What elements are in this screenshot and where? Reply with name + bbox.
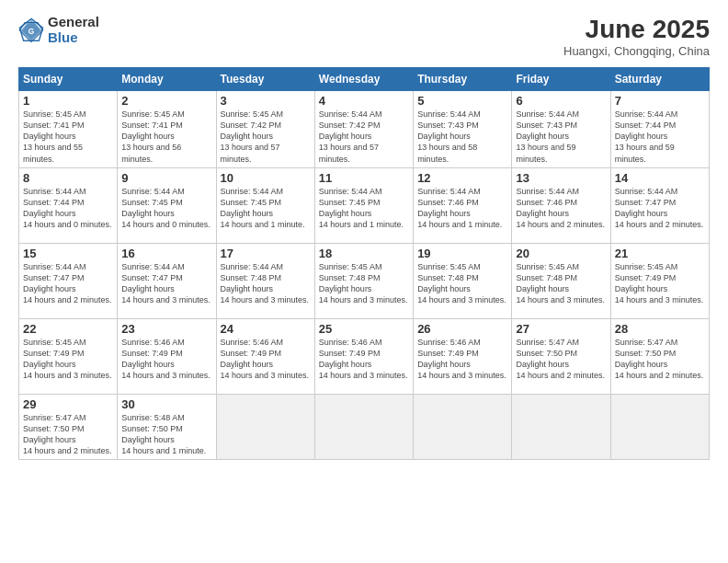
logo-general-text: General	[48, 15, 99, 30]
day-info: Sunrise: 5:45 AMSunset: 7:49 PMDaylight …	[615, 262, 704, 304]
day-number: 24	[221, 322, 311, 336]
day-number: 7	[615, 94, 705, 108]
calendar-day: 23 Sunrise: 5:46 AMSunset: 7:49 PMDaylig…	[118, 318, 216, 394]
calendar-day: 12 Sunrise: 5:44 AMSunset: 7:46 PMDaylig…	[414, 167, 512, 243]
calendar-day: 2 Sunrise: 5:45 AMSunset: 7:41 PMDayligh…	[118, 91, 216, 168]
day-info: Sunrise: 5:46 AMSunset: 7:49 PMDaylight …	[221, 338, 310, 380]
day-info: Sunrise: 5:44 AMSunset: 7:47 PMDaylight …	[615, 187, 704, 229]
day-info: Sunrise: 5:45 AMSunset: 7:41 PMDaylight …	[121, 109, 185, 164]
logo: G General Blue	[18, 15, 99, 45]
day-info: Sunrise: 5:44 AMSunset: 7:47 PMDaylight …	[23, 262, 112, 304]
calendar-day: 3 Sunrise: 5:45 AMSunset: 7:42 PMDayligh…	[216, 91, 314, 168]
day-number: 15	[23, 247, 113, 260]
day-number: 28	[615, 322, 705, 336]
calendar-day: 18 Sunrise: 5:45 AMSunset: 7:48 PMDaylig…	[314, 243, 413, 318]
day-info: Sunrise: 5:44 AMSunset: 7:45 PMDaylight …	[319, 187, 404, 229]
day-number: 18	[319, 247, 409, 260]
day-info: Sunrise: 5:45 AMSunset: 7:42 PMDaylight …	[221, 109, 284, 164]
day-number: 26	[417, 322, 507, 336]
day-number: 12	[417, 171, 507, 185]
day-number: 4	[319, 94, 409, 108]
day-info: Sunrise: 5:45 AMSunset: 7:41 PMDaylight …	[23, 109, 86, 164]
calendar-day	[314, 394, 413, 460]
calendar-day: 1 Sunrise: 5:45 AMSunset: 7:41 PMDayligh…	[19, 91, 118, 168]
day-info: Sunrise: 5:44 AMSunset: 7:46 PMDaylight …	[516, 187, 605, 229]
day-info: Sunrise: 5:44 AMSunset: 7:48 PMDaylight …	[221, 262, 310, 304]
calendar-day: 5 Sunrise: 5:44 AMSunset: 7:43 PMDayligh…	[414, 91, 512, 168]
calendar-day: 22 Sunrise: 5:45 AMSunset: 7:49 PMDaylig…	[19, 318, 118, 394]
calendar-day: 29 Sunrise: 5:47 AMSunset: 7:50 PMDaylig…	[19, 394, 118, 460]
calendar-day: 25 Sunrise: 5:46 AMSunset: 7:49 PMDaylig…	[314, 318, 413, 394]
month-title: June 2025	[563, 15, 710, 44]
day-number: 23	[121, 322, 211, 336]
day-info: Sunrise: 5:44 AMSunset: 7:47 PMDaylight …	[121, 262, 210, 304]
day-info: Sunrise: 5:44 AMSunset: 7:46 PMDaylight …	[417, 187, 502, 229]
calendar-day: 13 Sunrise: 5:44 AMSunset: 7:46 PMDaylig…	[512, 167, 610, 243]
calendar-day: 6 Sunrise: 5:44 AMSunset: 7:43 PMDayligh…	[512, 91, 610, 168]
col-thursday: Thursday	[414, 68, 512, 91]
day-info: Sunrise: 5:48 AMSunset: 7:50 PMDaylight …	[121, 413, 206, 455]
calendar-day: 8 Sunrise: 5:44 AMSunset: 7:44 PMDayligh…	[19, 167, 118, 243]
day-info: Sunrise: 5:45 AMSunset: 7:48 PMDaylight …	[516, 262, 605, 304]
calendar-day	[414, 394, 512, 460]
day-number: 10	[221, 171, 311, 185]
day-number: 27	[516, 322, 606, 336]
calendar-day: 28 Sunrise: 5:47 AMSunset: 7:50 PMDaylig…	[610, 318, 709, 394]
col-saturday: Saturday	[610, 68, 709, 91]
day-number: 6	[516, 94, 606, 108]
day-info: Sunrise: 5:44 AMSunset: 7:44 PMDaylight …	[615, 109, 678, 164]
day-info: Sunrise: 5:44 AMSunset: 7:43 PMDaylight …	[417, 109, 481, 164]
location: Huangxi, Chongqing, China	[563, 44, 710, 58]
day-info: Sunrise: 5:47 AMSunset: 7:50 PMDaylight …	[23, 413, 112, 455]
day-number: 17	[221, 247, 311, 260]
col-tuesday: Tuesday	[216, 68, 314, 91]
day-info: Sunrise: 5:45 AMSunset: 7:49 PMDaylight …	[23, 338, 112, 380]
calendar-day: 11 Sunrise: 5:44 AMSunset: 7:45 PMDaylig…	[314, 167, 413, 243]
day-info: Sunrise: 5:44 AMSunset: 7:42 PMDaylight …	[319, 109, 382, 164]
logo-text: General Blue	[48, 15, 99, 45]
calendar-day: 21 Sunrise: 5:45 AMSunset: 7:49 PMDaylig…	[610, 243, 709, 318]
day-info: Sunrise: 5:47 AMSunset: 7:50 PMDaylight …	[516, 338, 605, 380]
day-number: 14	[615, 171, 705, 185]
day-number: 5	[417, 94, 507, 108]
day-info: Sunrise: 5:45 AMSunset: 7:48 PMDaylight …	[417, 262, 506, 304]
calendar-day: 16 Sunrise: 5:44 AMSunset: 7:47 PMDaylig…	[118, 243, 216, 318]
day-number: 3	[221, 94, 311, 108]
calendar-table: Sunday Monday Tuesday Wednesday Thursday…	[18, 67, 710, 460]
day-number: 29	[23, 397, 113, 411]
day-number: 2	[121, 94, 211, 108]
svg-text:G: G	[28, 26, 35, 35]
day-number: 21	[615, 247, 705, 260]
day-number: 1	[23, 94, 113, 108]
day-number: 9	[121, 171, 211, 185]
day-info: Sunrise: 5:46 AMSunset: 7:49 PMDaylight …	[417, 338, 506, 380]
calendar-day: 19 Sunrise: 5:45 AMSunset: 7:48 PMDaylig…	[414, 243, 512, 318]
calendar-day	[610, 394, 709, 460]
day-number: 13	[516, 171, 606, 185]
day-number: 11	[319, 171, 409, 185]
calendar-day	[512, 394, 610, 460]
col-friday: Friday	[512, 68, 610, 91]
logo-icon: G	[18, 17, 44, 43]
logo-blue-text: Blue	[48, 30, 99, 46]
calendar-day: 24 Sunrise: 5:46 AMSunset: 7:49 PMDaylig…	[216, 318, 314, 394]
day-number: 22	[23, 322, 113, 336]
day-info: Sunrise: 5:47 AMSunset: 7:50 PMDaylight …	[615, 338, 704, 380]
calendar-day: 17 Sunrise: 5:44 AMSunset: 7:48 PMDaylig…	[216, 243, 314, 318]
day-info: Sunrise: 5:46 AMSunset: 7:49 PMDaylight …	[319, 338, 408, 380]
day-info: Sunrise: 5:44 AMSunset: 7:45 PMDaylight …	[221, 187, 305, 229]
day-info: Sunrise: 5:44 AMSunset: 7:44 PMDaylight …	[23, 187, 112, 229]
calendar-header-row: Sunday Monday Tuesday Wednesday Thursday…	[19, 68, 710, 91]
calendar-day: 10 Sunrise: 5:44 AMSunset: 7:45 PMDaylig…	[216, 167, 314, 243]
col-sunday: Sunday	[19, 68, 118, 91]
day-info: Sunrise: 5:44 AMSunset: 7:43 PMDaylight …	[516, 109, 579, 164]
calendar-day: 30 Sunrise: 5:48 AMSunset: 7:50 PMDaylig…	[118, 394, 216, 460]
title-block: June 2025 Huangxi, Chongqing, China	[563, 15, 710, 58]
calendar-day: 27 Sunrise: 5:47 AMSunset: 7:50 PMDaylig…	[512, 318, 610, 394]
calendar-day: 15 Sunrise: 5:44 AMSunset: 7:47 PMDaylig…	[19, 243, 118, 318]
day-info: Sunrise: 5:45 AMSunset: 7:48 PMDaylight …	[319, 262, 408, 304]
day-info: Sunrise: 5:44 AMSunset: 7:45 PMDaylight …	[121, 187, 210, 229]
calendar-day: 4 Sunrise: 5:44 AMSunset: 7:42 PMDayligh…	[314, 91, 413, 168]
calendar-day: 26 Sunrise: 5:46 AMSunset: 7:49 PMDaylig…	[414, 318, 512, 394]
day-number: 25	[319, 322, 409, 336]
